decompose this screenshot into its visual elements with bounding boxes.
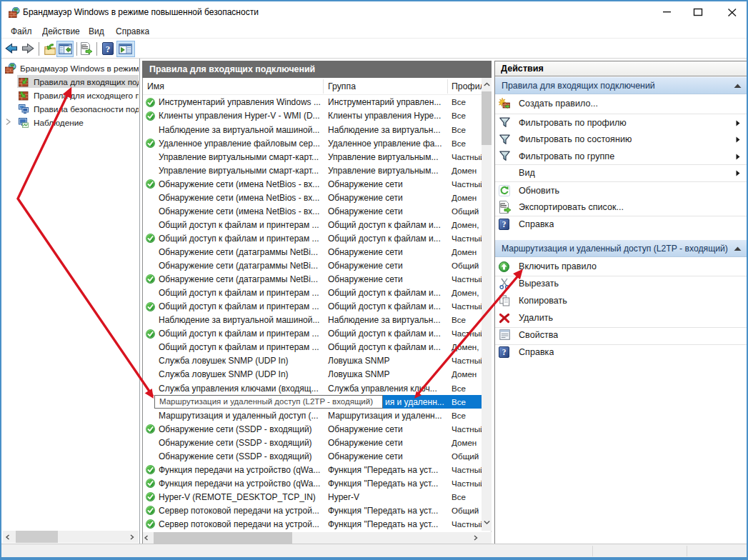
svg-text:?: ? [502, 220, 507, 229]
svg-text:?: ? [502, 348, 507, 356]
svg-text:?: ? [106, 44, 111, 54]
